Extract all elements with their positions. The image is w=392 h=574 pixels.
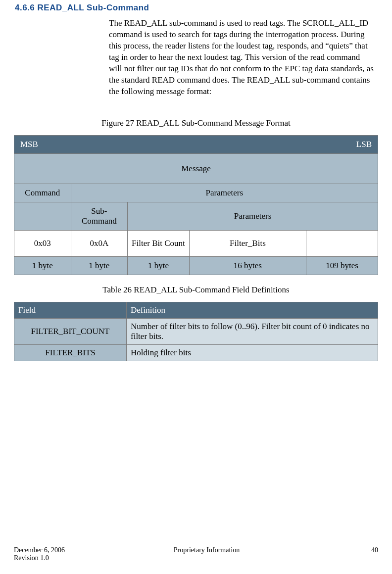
val-subcommand: 0x0A (71, 230, 128, 256)
table-row: FILTER_BITS Holding filter bits (14, 344, 378, 361)
field-definition: Number of filter bits to follow (0..96).… (127, 318, 378, 344)
command-label: Command (14, 184, 71, 202)
field-definition: Holding filter bits (127, 344, 378, 361)
field-name: FILTER_BIT_COUNT (14, 318, 127, 344)
size-3: 16 bytes (189, 256, 306, 275)
lsb-label: LSB (356, 140, 375, 149)
t2-header-field: Field (14, 302, 127, 318)
figure-caption: Figure 27 READ_ALL Sub-Command Message F… (14, 118, 378, 128)
size-0: 1 byte (14, 256, 71, 275)
message-cell: Message (14, 153, 378, 184)
parameters2-label: Parameters (128, 202, 378, 230)
page-footer: December 6, 2006 Revision 1.0 Proprietar… (14, 546, 378, 562)
val-empty (306, 230, 378, 256)
footer-page-number: 40 (348, 546, 378, 554)
val-filterbits: Filter_Bits (189, 230, 306, 256)
subcommand-label: Sub-Command (71, 202, 128, 230)
table-caption: Table 26 READ_ALL Sub-Command Field Defi… (14, 285, 378, 295)
parameters-label: Parameters (71, 184, 378, 202)
msb-label: MSB (17, 140, 38, 149)
field-name: FILTER_BITS (14, 344, 127, 361)
size-2: 1 byte (128, 256, 190, 275)
size-1: 1 byte (71, 256, 128, 275)
section-heading: 4.6.6 READ_ALL Sub-Command (14, 3, 378, 13)
footer-center: Proprietary Information (65, 546, 348, 554)
table-row: FILTER_BIT_COUNT Number of filter bits t… (14, 318, 378, 344)
val-command: 0x03 (14, 230, 71, 256)
t2-header-definition: Definition (127, 302, 378, 318)
footer-date: December 6, 2006 (14, 546, 65, 554)
message-format-table: MSB LSB Message Command Parameters Sub-C… (14, 135, 378, 275)
field-definitions-table: Field Definition FILTER_BIT_COUNT Number… (14, 302, 378, 361)
command-empty (14, 202, 71, 230)
msb-lsb-header: MSB LSB (14, 135, 378, 153)
footer-revision: Revision 1.0 (14, 554, 65, 562)
body-paragraph: The READ_ALL sub-command is used to read… (14, 18, 378, 97)
val-filterbitcount: Filter Bit Count (128, 230, 190, 256)
size-4: 109 bytes (306, 256, 378, 275)
